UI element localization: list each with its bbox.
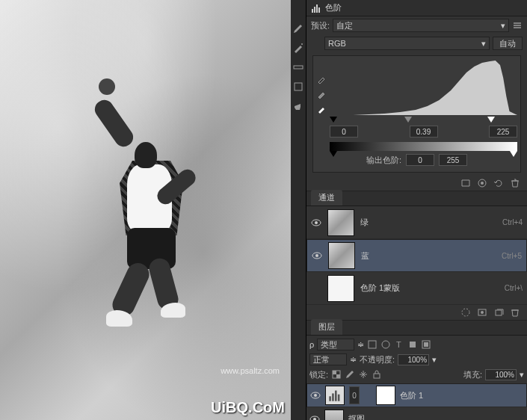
layer-options: ρ 类型 ≑ T 正常 ≑ 不透明度: ▾ 锁定: 填充: ▾ (306, 336, 527, 383)
layer-mask-thumb[interactable] (376, 386, 395, 405)
hand-icon[interactable] (292, 100, 304, 112)
fill-field[interactable] (485, 369, 517, 380)
svg-text:T: T (396, 340, 401, 349)
auto-button[interactable]: 自动 (493, 37, 523, 50)
load-selection-icon[interactable] (460, 307, 472, 318)
lock-image-icon[interactable] (345, 369, 355, 380)
blend-mode-select[interactable]: 正常 (309, 353, 347, 365)
layer-row[interactable]: 0 色阶 1 (306, 383, 527, 407)
histogram-container: 输出色阶: (312, 55, 521, 173)
svg-point-13 (462, 309, 469, 316)
input-white-handle[interactable] (487, 117, 495, 123)
channel-select[interactable]: RGB▾ (324, 37, 490, 50)
black-eyedropper-icon[interactable] (316, 74, 327, 84)
visibility-icon[interactable] (312, 250, 322, 261)
fill-label: 填充: (463, 369, 482, 380)
levels-icon (328, 389, 342, 402)
canvas-figure (90, 112, 217, 336)
preset-select[interactable]: 自定▾ (333, 19, 509, 32)
ruler-icon[interactable] (292, 61, 304, 73)
svg-rect-30 (332, 393, 334, 401)
svg-point-18 (382, 341, 389, 348)
input-mid-handle[interactable] (404, 117, 412, 123)
svg-point-8 (481, 182, 484, 185)
opacity-field[interactable] (398, 354, 429, 365)
output-white-handle[interactable] (510, 151, 517, 157)
visibility-icon[interactable] (309, 414, 320, 421)
kind-label: ρ (309, 340, 314, 349)
filter-adjust-icon[interactable] (380, 339, 391, 350)
svg-rect-6 (318, 7, 320, 13)
svg-rect-5 (316, 4, 318, 13)
visibility-icon[interactable] (311, 217, 321, 228)
channels-list: 绿 Ctrl+4 蓝 Ctrl+5 色阶 1蒙版 Ctrl+\ (306, 206, 527, 305)
view-previous-icon[interactable] (476, 178, 488, 188)
wand-icon[interactable] (292, 42, 304, 54)
lock-position-icon[interactable] (358, 369, 369, 380)
trash-icon[interactable] (509, 307, 521, 318)
gray-eyedropper-icon[interactable] (316, 89, 327, 99)
svg-rect-17 (369, 341, 376, 348)
channel-thumb (327, 209, 354, 236)
brush-icon[interactable] (292, 22, 304, 34)
document-canvas[interactable]: www.psaltz.com UiBQ.CoM (0, 0, 291, 420)
visibility-icon[interactable] (310, 390, 321, 401)
histogram-chart[interactable] (330, 59, 517, 115)
svg-rect-24 (333, 371, 336, 374)
collapsed-toolstrip (291, 0, 306, 420)
watermark-main: UiBQ.CoM (211, 399, 285, 416)
tab-channels[interactable]: 通道 (311, 190, 342, 206)
channel-row[interactable]: 色阶 1蒙版 Ctrl+\ (306, 272, 527, 305)
clip-icon[interactable] (460, 178, 472, 188)
filter-shape-icon[interactable] (407, 339, 418, 350)
svg-rect-1 (294, 66, 303, 69)
channels-footer (306, 305, 527, 321)
note-icon[interactable] (292, 81, 304, 93)
input-black-field[interactable] (330, 126, 358, 138)
new-channel-icon[interactable] (493, 307, 505, 318)
save-selection-icon[interactable] (476, 307, 488, 318)
output-black-handle[interactable] (330, 151, 337, 157)
channel-thumb (328, 242, 355, 269)
filter-pixel-icon[interactable] (367, 339, 377, 350)
input-white-field[interactable] (489, 126, 517, 138)
trash-icon[interactable] (509, 178, 521, 188)
levels-icon (311, 3, 321, 13)
svg-rect-25 (336, 374, 340, 378)
reset-icon[interactable] (493, 178, 505, 188)
levels-title: 色阶 (325, 2, 342, 13)
adjustment-footer (306, 176, 527, 191)
opacity-label: 不透明度: (360, 354, 395, 365)
svg-rect-22 (424, 342, 428, 347)
tab-layers[interactable]: 图层 (311, 319, 342, 335)
layers-list: 0 色阶 1 抠图 抠图背景 背景 (306, 383, 527, 420)
svg-point-0 (301, 43, 303, 45)
lock-transparent-icon[interactable] (331, 369, 342, 380)
layer-row[interactable]: 抠图 (306, 407, 527, 420)
svg-point-34 (313, 418, 316, 421)
watermark-sub: www.psaltz.com (221, 366, 280, 375)
lock-all-icon[interactable] (372, 369, 382, 380)
svg-rect-32 (338, 395, 340, 401)
layer-kind-select[interactable]: 类型 (317, 339, 354, 350)
filter-type-icon[interactable]: T (394, 339, 404, 350)
output-gradient[interactable] (330, 142, 517, 151)
svg-rect-31 (335, 391, 337, 401)
channel-row[interactable]: 绿 Ctrl+4 (306, 206, 527, 239)
filter-smart-icon[interactable] (421, 339, 431, 350)
svg-point-15 (481, 311, 484, 314)
layer-thumb (324, 410, 344, 421)
input-mid-field[interactable] (410, 126, 438, 138)
svg-rect-2 (295, 83, 302, 90)
mask-indicator: 0 (349, 386, 360, 404)
input-black-handle[interactable] (330, 117, 337, 123)
svg-rect-4 (314, 7, 315, 13)
svg-point-10 (315, 221, 318, 224)
white-eyedropper-icon[interactable] (316, 104, 327, 114)
svg-rect-26 (374, 374, 380, 378)
svg-point-12 (315, 254, 318, 257)
input-slider-track[interactable] (330, 117, 517, 124)
panel-menu-icon[interactable] (512, 20, 523, 31)
levels-panel-header: 色阶 (306, 0, 527, 16)
channel-row[interactable]: 蓝 Ctrl+5 (306, 239, 527, 272)
